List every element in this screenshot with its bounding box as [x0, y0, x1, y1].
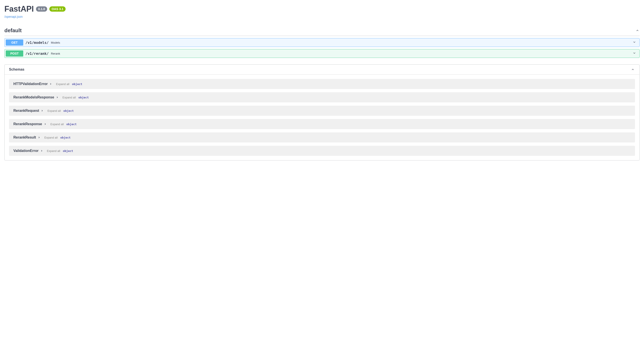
endpoint-desc: Rerank [51, 52, 60, 55]
title-row: FastAPI 0.1.0 OAS 3.1 [4, 4, 640, 13]
schema-type: object [64, 109, 74, 112]
method-badge-get: GET [6, 39, 23, 46]
schema-item-validationerror[interactable]: ValidationError Expand all object [9, 146, 635, 156]
schema-type: object [78, 96, 89, 99]
api-title: FastAPI [4, 4, 34, 13]
version-badge: 0.1.0 [36, 6, 47, 12]
chevron-right-icon [41, 109, 44, 112]
schema-item-rerankresult[interactable]: RerankResult Expand all object [9, 132, 635, 142]
schema-item-rerankresponse[interactable]: RerankResponse Expand all object [9, 119, 635, 129]
schema-type: object [63, 149, 73, 153]
schema-type: object [72, 82, 82, 86]
schema-name: ValidationError [14, 149, 38, 153]
section-title: default [4, 27, 22, 33]
expand-all-button[interactable]: Expand all [62, 96, 76, 99]
expand-all-button[interactable]: Expand all [48, 109, 61, 112]
section-header-default[interactable]: default [4, 25, 640, 36]
chevron-right-icon [49, 83, 52, 85]
endpoint-summary[interactable]: GET /v1/models/ Models [4, 38, 640, 47]
schemas-title: Schemas [9, 67, 24, 71]
chevron-right-icon [56, 96, 58, 99]
expand-all-button[interactable]: Expand all [47, 149, 60, 153]
endpoint-post-rerank[interactable]: POST /v1/rerank/ Rerank [4, 49, 640, 58]
expand-all-button[interactable]: Expand all [44, 136, 58, 139]
schema-item-httpvalidationerror[interactable]: HTTPValidationError Expand all object [9, 79, 635, 89]
oas-badge: OAS 3.1 [49, 6, 66, 12]
schema-name: RerankResult [14, 135, 36, 139]
chevron-up-icon [635, 28, 640, 33]
chevron-right-icon [40, 149, 43, 152]
endpoint-get-models[interactable]: GET /v1/models/ Models [4, 38, 640, 47]
schema-item-rerankmodelsresponse[interactable]: RerankModelsResponse Expand all object [9, 92, 635, 102]
schema-item-rerankrequest[interactable]: RerankRequest Expand all object [9, 106, 635, 116]
schema-type: object [60, 136, 71, 139]
schema-type: object [66, 123, 76, 126]
schema-name: HTTPValidationError [14, 82, 48, 86]
chevron-up-icon [630, 67, 635, 72]
schema-name: RerankModelsResponse [14, 95, 54, 99]
openapi-link[interactable]: /openapi.json [4, 15, 22, 18]
chevron-down-icon [632, 51, 638, 56]
chevron-right-icon [38, 136, 40, 139]
api-header: FastAPI 0.1.0 OAS 3.1 /openapi.json [4, 4, 640, 19]
endpoint-path: /v1/models/ [26, 40, 49, 45]
endpoint-desc: Models [51, 41, 60, 44]
schemas-container: Schemas HTTPValidationError Expand all o… [4, 64, 640, 160]
expand-all-button[interactable]: Expand all [56, 82, 69, 86]
schema-name: RerankResponse [14, 122, 42, 126]
endpoint-summary[interactable]: POST /v1/rerank/ Rerank [4, 49, 640, 58]
expand-all-button[interactable]: Expand all [50, 123, 64, 126]
chevron-down-icon [632, 40, 638, 45]
endpoint-path: /v1/rerank/ [26, 51, 49, 56]
schemas-header[interactable]: Schemas [4, 65, 640, 74]
method-badge-post: POST [6, 50, 23, 56]
schemas-body: HTTPValidationError Expand all object Re… [4, 74, 640, 160]
chevron-right-icon [44, 123, 46, 125]
schema-name: RerankRequest [14, 109, 39, 113]
